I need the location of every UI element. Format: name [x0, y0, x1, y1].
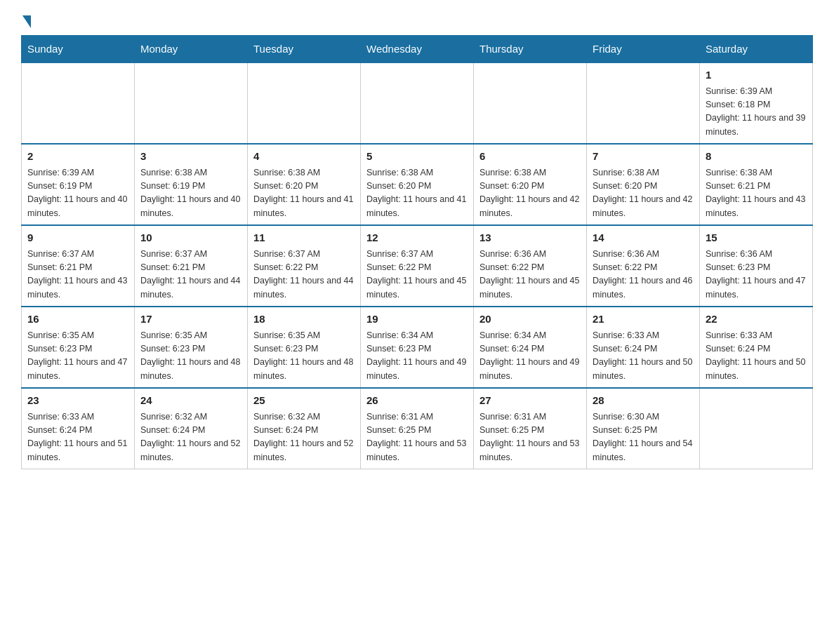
calendar-day-cell — [135, 62, 248, 144]
day-number: 12 — [366, 230, 468, 246]
calendar-day-cell: 16Sunrise: 6:35 AMSunset: 6:23 PMDayligh… — [22, 307, 135, 388]
calendar-week-row: 1Sunrise: 6:39 AMSunset: 6:18 PMDaylight… — [22, 62, 813, 144]
day-info-text: Sunrise: 6:33 AM — [593, 329, 694, 342]
day-info-text: Daylight: 11 hours and 53 minutes. — [366, 437, 468, 464]
day-info-text: Sunrise: 6:36 AM — [479, 248, 581, 261]
day-info-text: Daylight: 11 hours and 50 minutes. — [706, 356, 807, 383]
day-info-text: Sunset: 6:22 PM — [366, 261, 468, 274]
day-info-text: Sunset: 6:19 PM — [27, 180, 128, 193]
day-info-text: Sunrise: 6:38 AM — [366, 166, 468, 180]
day-of-week-header: Friday — [587, 36, 700, 63]
day-number: 9 — [27, 230, 128, 246]
day-info-text: Sunset: 6:20 PM — [479, 180, 581, 193]
day-info-text: Daylight: 11 hours and 49 minutes. — [366, 356, 468, 383]
calendar-day-cell: 1Sunrise: 6:39 AMSunset: 6:18 PMDaylight… — [700, 62, 813, 144]
calendar-day-cell: 10Sunrise: 6:37 AMSunset: 6:21 PMDayligh… — [135, 225, 248, 307]
day-number: 26 — [366, 393, 468, 409]
day-info-text: Sunrise: 6:38 AM — [593, 166, 694, 180]
day-info-text: Sunrise: 6:35 AM — [253, 329, 355, 342]
day-info-text: Daylight: 11 hours and 53 minutes. — [479, 437, 581, 464]
page-header — [21, 14, 813, 28]
day-of-week-header: Monday — [135, 36, 248, 63]
day-info-text: Sunrise: 6:35 AM — [27, 329, 128, 342]
day-of-week-header: Sunday — [22, 36, 135, 63]
day-of-week-header: Tuesday — [248, 36, 361, 63]
calendar-day-cell — [700, 388, 813, 469]
day-info-text: Daylight: 11 hours and 39 minutes. — [706, 112, 807, 139]
calendar-week-row: 2Sunrise: 6:39 AMSunset: 6:19 PMDaylight… — [22, 144, 813, 225]
day-info-text: Sunset: 6:22 PM — [253, 261, 355, 274]
day-info-text: Daylight: 11 hours and 48 minutes. — [253, 356, 355, 383]
day-info-text: Sunset: 6:23 PM — [366, 342, 468, 356]
day-info-text: Sunset: 6:24 PM — [479, 342, 581, 356]
day-info-text: Daylight: 11 hours and 44 minutes. — [140, 274, 241, 302]
day-info-text: Daylight: 11 hours and 40 minutes. — [27, 193, 128, 220]
calendar-day-cell: 26Sunrise: 6:31 AMSunset: 6:25 PMDayligh… — [361, 388, 474, 469]
day-info-text: Sunset: 6:22 PM — [593, 261, 694, 274]
day-info-text: Sunset: 6:24 PM — [593, 342, 694, 356]
calendar-day-cell: 13Sunrise: 6:36 AMSunset: 6:22 PMDayligh… — [474, 225, 587, 307]
day-info-text: Daylight: 11 hours and 45 minutes. — [366, 274, 468, 302]
calendar-day-cell: 24Sunrise: 6:32 AMSunset: 6:24 PMDayligh… — [135, 388, 248, 469]
day-number: 6 — [479, 149, 581, 165]
day-info-text: Daylight: 11 hours and 51 minutes. — [27, 437, 128, 464]
day-info-text: Daylight: 11 hours and 54 minutes. — [593, 437, 694, 464]
day-info-text: Sunrise: 6:39 AM — [27, 166, 128, 180]
day-number: 5 — [366, 149, 468, 165]
day-number: 28 — [593, 393, 694, 409]
calendar-day-cell: 19Sunrise: 6:34 AMSunset: 6:23 PMDayligh… — [361, 307, 474, 388]
day-info-text: Daylight: 11 hours and 44 minutes. — [253, 274, 355, 302]
day-number: 24 — [140, 393, 241, 409]
day-number: 22 — [706, 311, 807, 328]
calendar-day-cell: 21Sunrise: 6:33 AMSunset: 6:24 PMDayligh… — [587, 307, 700, 388]
day-info-text: Sunset: 6:23 PM — [27, 342, 128, 356]
calendar-day-cell: 7Sunrise: 6:38 AMSunset: 6:20 PMDaylight… — [587, 144, 700, 225]
day-number: 21 — [593, 311, 694, 328]
day-number: 8 — [706, 149, 807, 165]
calendar-day-cell: 23Sunrise: 6:33 AMSunset: 6:24 PMDayligh… — [22, 388, 135, 469]
calendar-day-cell — [22, 62, 135, 144]
logo-arrow-icon — [22, 15, 31, 28]
day-info-text: Sunrise: 6:36 AM — [706, 248, 807, 261]
day-info-text: Daylight: 11 hours and 46 minutes. — [593, 274, 694, 302]
calendar-day-cell — [474, 62, 587, 144]
day-info-text: Daylight: 11 hours and 50 minutes. — [593, 356, 694, 383]
day-info-text: Sunset: 6:19 PM — [140, 180, 241, 193]
calendar-day-cell: 14Sunrise: 6:36 AMSunset: 6:22 PMDayligh… — [587, 225, 700, 307]
day-info-text: Sunrise: 6:32 AM — [253, 410, 355, 424]
day-info-text: Daylight: 11 hours and 52 minutes. — [253, 437, 355, 464]
calendar-day-cell: 28Sunrise: 6:30 AMSunset: 6:25 PMDayligh… — [587, 388, 700, 469]
day-number: 15 — [706, 230, 807, 246]
calendar-day-cell: 22Sunrise: 6:33 AMSunset: 6:24 PMDayligh… — [700, 307, 813, 388]
day-info-text: Daylight: 11 hours and 40 minutes. — [140, 193, 241, 220]
calendar-week-row: 23Sunrise: 6:33 AMSunset: 6:24 PMDayligh… — [22, 388, 813, 469]
day-info-text: Sunrise: 6:31 AM — [366, 410, 468, 424]
day-info-text: Sunrise: 6:32 AM — [140, 410, 241, 424]
day-info-text: Sunset: 6:25 PM — [593, 424, 694, 437]
day-info-text: Sunrise: 6:36 AM — [593, 248, 694, 261]
day-info-text: Sunrise: 6:33 AM — [706, 329, 807, 342]
day-info-text: Daylight: 11 hours and 42 minutes. — [479, 193, 581, 220]
day-info-text: Daylight: 11 hours and 41 minutes. — [253, 193, 355, 220]
day-number: 11 — [253, 230, 355, 246]
day-info-text: Sunrise: 6:37 AM — [27, 248, 128, 261]
day-info-text: Sunset: 6:21 PM — [140, 261, 241, 274]
day-info-text: Daylight: 11 hours and 43 minutes. — [27, 274, 128, 302]
logo — [21, 14, 31, 28]
day-info-text: Sunrise: 6:39 AM — [706, 85, 807, 98]
calendar-day-cell: 12Sunrise: 6:37 AMSunset: 6:22 PMDayligh… — [361, 225, 474, 307]
calendar-day-cell — [361, 62, 474, 144]
day-number: 14 — [593, 230, 694, 246]
day-number: 16 — [27, 311, 128, 328]
calendar-day-cell: 11Sunrise: 6:37 AMSunset: 6:22 PMDayligh… — [248, 225, 361, 307]
day-info-text: Sunrise: 6:34 AM — [479, 329, 581, 342]
calendar-day-cell: 27Sunrise: 6:31 AMSunset: 6:25 PMDayligh… — [474, 388, 587, 469]
day-info-text: Sunset: 6:23 PM — [706, 261, 807, 274]
day-info-text: Sunset: 6:24 PM — [140, 424, 241, 437]
day-number: 20 — [479, 311, 581, 328]
day-info-text: Sunset: 6:20 PM — [253, 180, 355, 193]
day-info-text: Daylight: 11 hours and 52 minutes. — [140, 437, 241, 464]
calendar-day-cell: 2Sunrise: 6:39 AMSunset: 6:19 PMDaylight… — [22, 144, 135, 225]
calendar-day-cell: 17Sunrise: 6:35 AMSunset: 6:23 PMDayligh… — [135, 307, 248, 388]
calendar-day-cell: 20Sunrise: 6:34 AMSunset: 6:24 PMDayligh… — [474, 307, 587, 388]
